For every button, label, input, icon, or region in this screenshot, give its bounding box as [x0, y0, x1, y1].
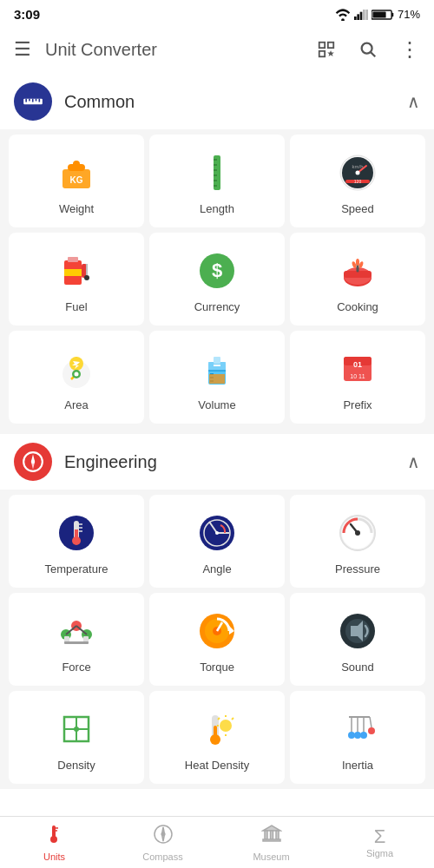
heat-density-item[interactable]: Heat Density — [149, 691, 285, 784]
angle-icon — [194, 510, 240, 556]
common-grid: KG Weight Length — [0, 129, 434, 429]
nav-compass[interactable]: Compass — [108, 819, 217, 867]
svg-rect-142 — [270, 831, 273, 839]
svg-rect-18 — [32, 99, 34, 102]
svg-marker-140 — [263, 825, 280, 831]
length-item[interactable]: Length — [149, 135, 285, 227]
svg-point-90 — [355, 530, 360, 536]
force-item[interactable]: Force — [9, 593, 144, 686]
temperature-icon — [54, 510, 99, 556]
common-chevron[interactable]: ∧ — [407, 91, 420, 112]
torque-item[interactable]: Torque — [149, 593, 285, 686]
svg-rect-42 — [68, 257, 78, 262]
svg-rect-29 — [214, 174, 217, 176]
svg-point-139 — [161, 832, 164, 835]
engineering-section-header[interactable]: Engineering ∧ — [0, 434, 434, 490]
pressure-icon — [335, 510, 380, 556]
currency-icon: $ — [194, 248, 240, 293]
cooking-item[interactable]: Cooking — [290, 233, 425, 326]
volume-item[interactable]: Volume — [149, 331, 285, 424]
force-icon — [54, 608, 99, 654]
svg-point-36 — [356, 171, 360, 175]
svg-point-133 — [50, 836, 57, 843]
svg-rect-141 — [265, 831, 267, 839]
currency-label: Currency — [194, 300, 240, 313]
nav-units[interactable]: Units — [0, 819, 108, 867]
svg-rect-31 — [214, 185, 217, 187]
svg-rect-27 — [214, 164, 217, 166]
area-item[interactable]: Area — [9, 331, 144, 424]
density-item[interactable]: Density — [9, 691, 144, 784]
length-icon — [194, 150, 240, 195]
pressure-label: Pressure — [335, 562, 380, 575]
common-section-header[interactable]: Common ∧ — [0, 74, 434, 129]
app-bar-icons: ⋮ — [309, 32, 427, 67]
more-button[interactable]: ⋮ — [392, 32, 427, 67]
svg-text:01: 01 — [353, 360, 362, 369]
common-icon — [14, 82, 52, 121]
engineering-chevron[interactable]: ∧ — [407, 451, 420, 472]
density-icon — [54, 707, 99, 752]
svg-rect-143 — [276, 831, 279, 839]
fuel-icon — [54, 248, 99, 293]
temperature-item[interactable]: Temperature — [9, 495, 144, 588]
nav-museum[interactable]: Museum — [217, 819, 326, 867]
weight-item[interactable]: KG Weight — [9, 135, 144, 227]
svg-point-53 — [356, 259, 359, 266]
volume-icon — [194, 346, 240, 391]
nav-museum-icon — [261, 824, 282, 850]
sound-item[interactable]: Sound — [290, 593, 425, 686]
svg-rect-4 — [363, 10, 365, 20]
wifi-icon — [335, 9, 351, 21]
length-label: Length — [200, 202, 234, 215]
nav-sigma[interactable]: Σ Sigma — [326, 822, 434, 864]
svg-rect-40 — [64, 269, 82, 276]
svg-text:$: $ — [212, 260, 222, 281]
prefix-label: Prefix — [343, 398, 372, 411]
svg-point-23 — [73, 161, 80, 168]
svg-rect-20 — [39, 99, 41, 102]
nav-compass-label: Compass — [142, 852, 182, 862]
svg-rect-16 — [25, 99, 27, 102]
app-title: Unit Converter — [45, 40, 309, 60]
torque-label: Torque — [200, 661, 234, 674]
svg-rect-17 — [29, 99, 30, 102]
weight-icon: KG — [54, 150, 99, 195]
svg-rect-11 — [319, 51, 325, 56]
svg-point-86 — [215, 531, 219, 535]
svg-rect-8 — [372, 11, 385, 17]
svg-rect-61 — [214, 357, 220, 364]
svg-rect-66 — [209, 374, 225, 384]
grid-star-button[interactable] — [309, 32, 344, 67]
svg-text:10 11: 10 11 — [350, 373, 365, 379]
svg-point-0 — [341, 18, 345, 21]
search-icon — [358, 40, 378, 59]
area-label: Area — [64, 398, 88, 411]
speed-item[interactable]: km/h 120 Speed — [290, 135, 425, 227]
compass-icon — [22, 450, 44, 473]
inertia-item[interactable]: Inertia — [290, 691, 425, 784]
search-button[interactable] — [351, 32, 385, 67]
svg-rect-144 — [263, 839, 280, 841]
svg-rect-26 — [214, 159, 217, 161]
svg-rect-2 — [357, 14, 359, 20]
menu-button[interactable]: ☰ — [14, 38, 31, 61]
angle-item[interactable]: Angle — [149, 495, 285, 588]
engineering-title: Engineering — [64, 452, 407, 472]
currency-item[interactable]: $ Currency — [149, 233, 285, 326]
svg-point-74 — [31, 460, 35, 464]
svg-rect-7 — [391, 12, 393, 16]
fuel-item[interactable]: Fuel — [9, 233, 144, 326]
torque-icon — [194, 608, 240, 654]
prefix-item[interactable]: 01 10 11 Prefix — [290, 331, 425, 424]
svg-point-127 — [348, 732, 355, 739]
cooking-icon — [335, 248, 380, 293]
sound-label: Sound — [341, 661, 374, 674]
speed-label: Speed — [341, 202, 374, 215]
svg-point-57 — [75, 372, 79, 377]
pressure-item[interactable]: Pressure — [290, 495, 425, 588]
cooking-label: Cooking — [337, 300, 378, 313]
nav-units-icon — [44, 824, 65, 850]
svg-rect-132 — [52, 825, 56, 838]
svg-rect-5 — [365, 10, 368, 20]
